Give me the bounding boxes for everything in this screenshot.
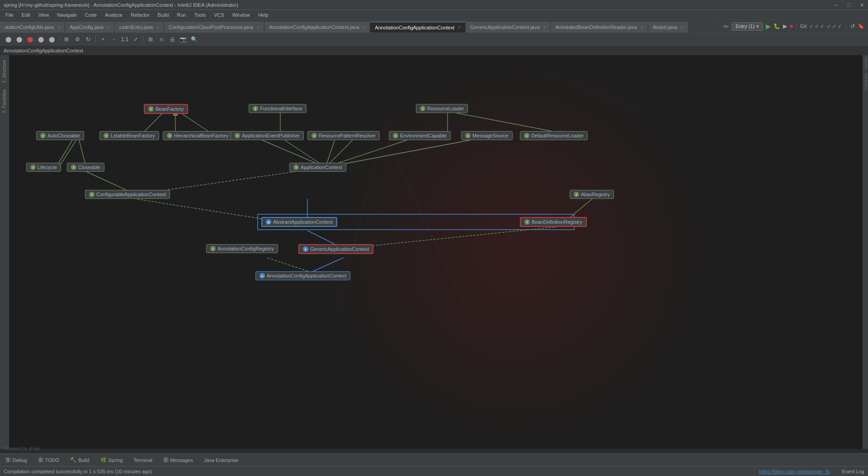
node-functionalinterface[interactable]: i FunctionalInterface [249,104,307,113]
fit-btn[interactable]: 1:1 [120,35,129,44]
toolbar-btn-3[interactable]: ⬤ [25,35,34,44]
build-tab[interactable]: 🔨 Build [68,456,91,464]
node-closeable[interactable]: i Closeable [67,163,104,172]
sidebar-favorites[interactable]: 2: Favorites [1,87,8,116]
menu-item-file[interactable]: File [2,11,17,19]
tab-close-2[interactable]: × [156,25,159,30]
tab-close-3[interactable]: × [257,25,259,30]
event-log[interactable]: Event Log [842,469,864,474]
diagram-area[interactable]: i BeanFactory i FunctionalInterface i Re… [9,55,863,449]
build-label: Build [78,457,89,463]
tab-6[interactable]: GenericApplicationContext.java× [466,22,551,33]
node-annotationconfigapplicationcontext[interactable]: c AnnotationConfigApplicationContext [255,271,350,280]
tab-close-6[interactable]: × [543,25,546,30]
todo-tab[interactable]: 6 TODO [36,457,61,464]
node-applicationcontext[interactable]: i ApplicationContext [289,163,346,172]
menu-item-window[interactable]: Window [229,11,254,19]
node-environmentcapable[interactable]: i EnvironmentCapable [389,131,451,140]
print-btn[interactable]: 🖨 [168,35,177,44]
rerun-button[interactable]: ↺ [850,23,855,29]
camera-btn[interactable]: 📷 [179,35,188,44]
node-configurableapplicationcontext[interactable]: i ConfigurableApplicationContext [85,190,170,199]
node-autocloseable[interactable]: i AutoCloseable [36,131,84,140]
node-beandefinitionregistry[interactable]: i BeanDefinitionRegistry [520,217,587,227]
sidebar-structure[interactable]: 1: Structure [1,57,8,86]
menu-item-build[interactable]: Build [154,11,172,19]
tab-close-7[interactable]: × [641,25,643,30]
node-messagesource[interactable]: i MessageSource [461,131,513,140]
menu-item-code[interactable]: Code [81,11,100,19]
zoom-btn[interactable]: + [99,35,108,44]
node-aliasregistry[interactable]: i AliasRegistry [570,190,614,199]
toolbar-btn-1[interactable]: ⬤ [4,35,13,44]
node-defaultresourceloader[interactable]: i DefaultResourceLoader [520,131,588,140]
toolbar-btn-5[interactable]: ⬤ [47,35,56,44]
menu-item-vcs[interactable]: VCS [210,11,228,19]
tab-close-0[interactable]: × [57,25,60,30]
tab-close-1[interactable]: × [107,25,110,30]
node-abstractapplicationcontext[interactable]: a AbstractApplicationContext [261,217,337,227]
svg-line-5 [457,113,552,131]
menu-item-view[interactable]: View [35,11,53,19]
zoom-out-btn[interactable]: - [109,35,118,44]
menu-item-refactor[interactable]: Refactor [127,11,153,19]
tab-8[interactable]: Assert.java× [648,22,689,33]
search-btn[interactable]: 🔍 [189,35,198,44]
layout-btn[interactable]: ⊞ [146,35,155,44]
debug-tab[interactable]: 5 Debug [4,457,29,464]
refresh-btn[interactable]: ↻ [84,35,93,44]
run-button[interactable]: ▶ [766,23,771,30]
menu-item-navigate[interactable]: Navigate [53,11,80,19]
spring-tab[interactable]: 🌿 Spring [99,456,125,464]
run-with-coverage[interactable]: ▶ [783,23,787,29]
functionalinterface-icon: i [253,106,258,111]
close-button[interactable]: ✕ [855,0,868,10]
node-resourceloader[interactable]: i ResourceLoader [416,104,468,113]
tab-close-5[interactable]: × [458,25,461,30]
messages-tab[interactable]: 0 Messages [161,457,195,464]
tab-close-4[interactable]: × [363,25,365,30]
menu-item-analyze[interactable]: Analyze [101,11,126,19]
tab-3[interactable]: ConfigurationClassPostProcessor.java× [164,22,264,33]
status-url[interactable]: https://blog.csdn.net/avenger_fu [759,469,830,474]
run-config[interactable]: Entry (1) ▾ [731,22,763,31]
right-sidebar: Maven Validation [863,55,868,449]
menu-item-tools[interactable]: Tools [190,11,209,19]
expand-btn[interactable]: ⤢ [131,35,140,44]
node-lifecycle[interactable]: i Lifecycle [26,163,61,172]
filter-btn[interactable]: ⊞ [62,35,71,44]
tab-0[interactable]: otationConfigUtils.java× [0,22,65,33]
tab-2[interactable]: csdn\Entry.java× [115,22,164,33]
toolbar-btn-4[interactable]: ⬤ [36,35,45,44]
tab-7[interactable]: AnnotatedBeanDefinitionReader.java× [551,22,648,33]
node-resourcepatternresolver[interactable]: i ResourcePatternResolver [307,131,380,140]
tab-4[interactable]: AnnotationConfigApplicationContext.java× [264,22,370,33]
debug-button[interactable]: 🐛 [774,23,780,29]
stop-button[interactable]: ■ [790,23,793,29]
menu-item-run[interactable]: Run [173,11,189,19]
settings-btn[interactable]: ⚙ [73,35,82,44]
toolbar-btn-2[interactable]: ⬤ [14,35,24,44]
maximize-button[interactable]: □ [843,0,855,10]
node-listablebeanfactory[interactable]: i LstableBeanFactory [99,131,159,140]
tab-1[interactable]: AppConfig.java× [65,22,114,33]
export-btn[interactable]: ⎋ [157,35,166,44]
java-enterprise-tab[interactable]: Java Enterprise [202,457,240,464]
tab-close-8[interactable]: × [681,25,684,30]
node-genericapplicationcontext[interactable]: c GenericApplicationContext [298,244,373,254]
sidebar-right-validation[interactable]: Validation [863,71,868,92]
node-annotationconfigregistry[interactable]: i AnnotationConfigRegistry [206,244,278,253]
terminal-tab[interactable]: Terminal [132,457,154,464]
menu-item-help[interactable]: Help [255,11,272,19]
menu-bar: FileEditViewNavigateCodeAnalyzeRefactorB… [0,10,868,20]
messages-num: 0 [163,457,169,462]
sidebar-right-label[interactable]: Maven [863,55,868,71]
minimize-button[interactable]: ─ [830,0,843,10]
node-hierarchicalbeanfactory[interactable]: i HierarchicalBeanFactory [163,131,232,140]
menu-item-edit[interactable]: Edit [18,11,34,19]
node-beanfactory[interactable]: i BeanFactory [144,104,188,114]
tab-5[interactable]: AnnotationConfigApplicationContext× [370,22,466,33]
node-applicationeventpublisher[interactable]: i ApplicationEventPublisher [231,131,304,140]
bookmark-button[interactable]: 🔖 [858,23,864,29]
tab-label-3: ConfigurationClassPostProcessor.java [169,24,253,30]
